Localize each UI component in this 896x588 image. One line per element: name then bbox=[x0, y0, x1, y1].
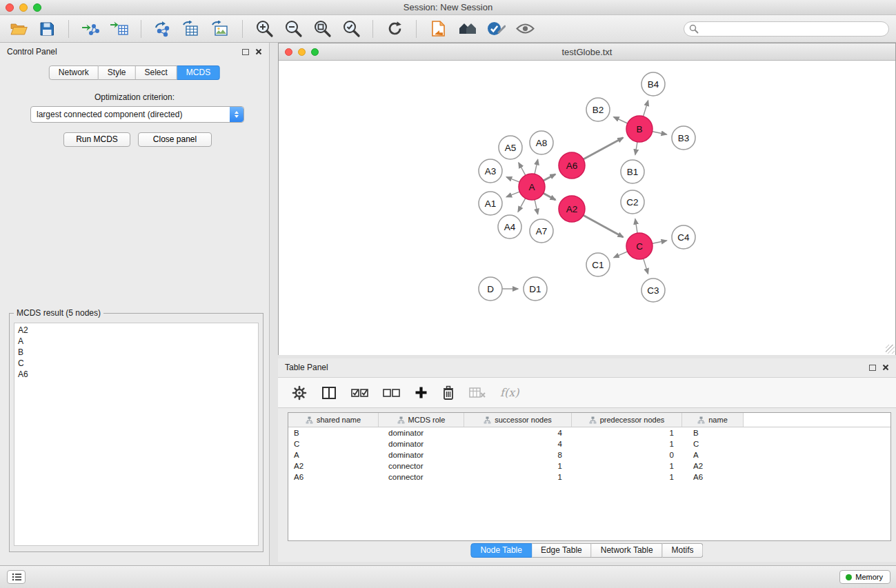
graph-node-A3[interactable]: A3 bbox=[479, 159, 502, 183]
graph-edge-B-B4[interactable] bbox=[644, 101, 648, 116]
import-network-button[interactable] bbox=[79, 18, 101, 40]
close-network-window-icon[interactable] bbox=[285, 48, 292, 56]
minimize-window-icon[interactable] bbox=[19, 3, 28, 12]
validate-network-button[interactable] bbox=[485, 18, 507, 40]
zoom-fit-button[interactable] bbox=[311, 18, 333, 40]
node-table[interactable]: shared nameMCDS rolesuccessor nodesprede… bbox=[288, 412, 891, 541]
graph-edge-A-A7[interactable] bbox=[535, 200, 538, 214]
graph-node-A2[interactable]: A2 bbox=[559, 196, 585, 222]
float-table-panel-icon[interactable] bbox=[869, 365, 876, 371]
table-row[interactable]: Cdominator41C bbox=[288, 438, 890, 449]
new-network-button[interactable] bbox=[152, 18, 174, 40]
tab-network-table[interactable]: Network Table bbox=[592, 543, 663, 558]
graph-edge-C-C2[interactable] bbox=[635, 219, 637, 234]
window-controls[interactable] bbox=[6, 3, 41, 12]
graph-node-D[interactable]: D bbox=[479, 277, 502, 301]
show-hide-details-button[interactable] bbox=[514, 18, 536, 40]
graph-node-A[interactable]: A bbox=[519, 174, 545, 200]
graph-edge-A-A6[interactable] bbox=[544, 174, 555, 181]
graph-edge-B-B1[interactable] bbox=[635, 142, 637, 155]
mcds-result-item[interactable]: A6 bbox=[14, 369, 258, 380]
close-panel-icon[interactable] bbox=[255, 48, 262, 55]
graph-node-C1[interactable]: C1 bbox=[586, 253, 610, 276]
close-panel-button[interactable]: Close panel bbox=[138, 132, 212, 147]
graph-edge-A2-C[interactable] bbox=[584, 215, 624, 237]
zoom-selected-button[interactable] bbox=[340, 18, 362, 40]
minimize-network-window-icon[interactable] bbox=[298, 48, 306, 56]
graph-node-B3[interactable]: B3 bbox=[672, 126, 695, 150]
close-window-icon[interactable] bbox=[6, 3, 14, 12]
graph-edge-B-B3[interactable] bbox=[653, 132, 667, 134]
graph-edge-A-A2[interactable] bbox=[544, 193, 556, 200]
apply-layout-button[interactable] bbox=[384, 18, 406, 40]
graph-edge-A-A4[interactable] bbox=[518, 199, 526, 212]
mcds-result-list[interactable]: A2ABCA6 bbox=[14, 323, 259, 546]
graph-node-C[interactable]: C bbox=[626, 233, 653, 259]
save-session-button[interactable] bbox=[36, 18, 58, 40]
table-row[interactable]: Bdominator41B bbox=[288, 427, 890, 438]
graph-node-A6[interactable]: A6 bbox=[559, 152, 585, 179]
create-column-button[interactable] bbox=[415, 386, 428, 399]
run-mcds-button[interactable]: Run MCDS bbox=[63, 132, 130, 147]
graph-node-A1[interactable]: A1 bbox=[479, 192, 502, 215]
graph-node-C3[interactable]: C3 bbox=[641, 278, 665, 302]
tab-mcds[interactable]: MCDS bbox=[177, 65, 220, 80]
mcds-result-item[interactable]: C bbox=[14, 358, 258, 369]
graph-edge-B-B2[interactable] bbox=[614, 117, 628, 123]
open-session-button[interactable] bbox=[427, 18, 449, 40]
column-header-successor-nodes[interactable]: successor nodes bbox=[464, 413, 572, 427]
graph-edge-C-C4[interactable] bbox=[653, 241, 667, 243]
table-row[interactable]: A6connector11A6 bbox=[288, 472, 890, 483]
graph-node-C2[interactable]: C2 bbox=[621, 190, 644, 214]
zoom-window-icon[interactable] bbox=[33, 3, 41, 12]
zoom-network-window-icon[interactable] bbox=[311, 48, 319, 56]
graph-node-A4[interactable]: A4 bbox=[498, 215, 521, 239]
export-network-image-button[interactable] bbox=[210, 18, 232, 40]
graph-node-B2[interactable]: B2 bbox=[586, 98, 610, 121]
tab-edge-table[interactable]: Edge Table bbox=[532, 543, 592, 558]
column-header-name[interactable]: name bbox=[682, 413, 744, 427]
graph-edge-A6-B[interactable] bbox=[584, 138, 624, 159]
graph-node-B[interactable]: B bbox=[626, 116, 653, 142]
close-table-panel-icon[interactable] bbox=[882, 364, 889, 371]
tab-select[interactable]: Select bbox=[136, 65, 177, 80]
column-header-shared-name[interactable]: shared name bbox=[288, 413, 379, 427]
mcds-result-item[interactable]: A bbox=[14, 336, 258, 347]
graph-edge-A-A5[interactable] bbox=[519, 163, 526, 175]
memory-button[interactable]: Memory bbox=[839, 570, 890, 584]
network-canvas[interactable]: B4B2BB3A5A8A6B1A3AC2A1A2A4A7C4CC1C3DD1 bbox=[279, 61, 895, 355]
delete-column-button[interactable] bbox=[442, 385, 455, 401]
table-settings-button[interactable] bbox=[292, 385, 307, 401]
export-network-table-button[interactable] bbox=[181, 18, 203, 40]
graph-node-A7[interactable]: A7 bbox=[530, 219, 553, 243]
show-all-networks-button[interactable] bbox=[456, 18, 478, 40]
network-window-titlebar[interactable]: testGlobe.txt bbox=[279, 43, 895, 61]
tab-network[interactable]: Network bbox=[49, 65, 99, 80]
import-table-button[interactable] bbox=[108, 18, 130, 40]
graph-node-B4[interactable]: B4 bbox=[641, 72, 665, 96]
graph-node-A8[interactable]: A8 bbox=[530, 131, 553, 154]
graph-edge-A-A3[interactable] bbox=[506, 177, 519, 182]
graph-edge-C-C1[interactable] bbox=[614, 252, 628, 258]
unselect-all-columns-button[interactable] bbox=[383, 387, 400, 398]
graph-node-D1[interactable]: D1 bbox=[524, 277, 547, 301]
float-panel-icon[interactable] bbox=[242, 49, 249, 55]
criterion-dropdown[interactable]: largest connected component (directed) bbox=[30, 106, 244, 123]
mcds-result-item[interactable]: A2 bbox=[14, 325, 258, 336]
graph-node-C4[interactable]: C4 bbox=[672, 225, 695, 249]
network-window-controls[interactable] bbox=[285, 48, 319, 56]
tab-node-table[interactable]: Node Table bbox=[470, 543, 532, 558]
tab-motifs[interactable]: Motifs bbox=[663, 543, 704, 558]
window-resize-handle[interactable] bbox=[886, 345, 895, 354]
column-header-MCDS-role[interactable]: MCDS role bbox=[379, 413, 464, 427]
zoom-in-button[interactable] bbox=[253, 18, 275, 40]
function-builder-button[interactable]: f(x) bbox=[500, 386, 519, 399]
zoom-out-button[interactable] bbox=[282, 18, 304, 40]
table-row[interactable]: A2connector11A2 bbox=[288, 460, 890, 472]
task-history-button[interactable] bbox=[7, 570, 26, 584]
search-input[interactable] bbox=[684, 21, 889, 37]
table-row[interactable]: Adominator80A bbox=[288, 449, 890, 460]
graph-edge-C-C3[interactable] bbox=[644, 258, 648, 274]
tab-style[interactable]: Style bbox=[99, 65, 136, 80]
graph-edge-A-A8[interactable] bbox=[535, 159, 538, 174]
